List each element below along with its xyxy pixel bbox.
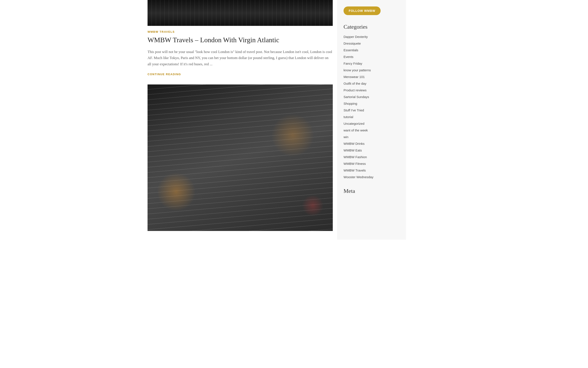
list-item: WMBW Fashion	[344, 155, 402, 159]
category-link[interactable]: WMBW Travels	[344, 168, 366, 172]
article-category[interactable]: WMBW TRAVELS	[147, 30, 333, 33]
category-link[interactable]: WMBW Fitness	[344, 162, 366, 166]
list-item: Events	[344, 55, 402, 59]
article-top-image	[147, 0, 333, 26]
category-link[interactable]: Outfit of the day	[344, 82, 366, 85]
list-item: Wooster Wednesday	[344, 175, 402, 179]
list-item: Dressiquete	[344, 41, 402, 46]
categories-heading: Categories	[344, 24, 402, 30]
article-second-image	[147, 84, 333, 231]
category-link[interactable]: Dressiquete	[344, 42, 361, 45]
category-link[interactable]: Essentials	[344, 48, 358, 52]
list-item: WMBW Travels	[344, 168, 402, 173]
category-link[interactable]: Uncategorized	[344, 122, 364, 125]
category-link[interactable]: want of the week	[344, 129, 368, 132]
meta-heading: Meta	[344, 188, 402, 194]
list-item: want of the week	[344, 128, 402, 132]
category-link[interactable]: Fancy Friday	[344, 62, 362, 65]
category-link[interactable]: Wooster Wednesday	[344, 175, 373, 179]
list-item: Outfit of the day	[344, 81, 402, 86]
list-item: Stuff I've Tried	[344, 108, 402, 112]
continue-reading-link[interactable]: CONTINUE READING	[147, 73, 181, 76]
list-item: WMBW Eats	[344, 148, 402, 153]
list-item: Essentials	[344, 48, 402, 52]
follow-wmbw-button[interactable]: FOLLOW WMBW	[344, 7, 380, 15]
category-link[interactable]: WMBW Drinks	[344, 142, 365, 146]
article-title: WMBW Travels – London With Virgin Atlant…	[147, 36, 333, 45]
list-item: Uncategorized	[344, 121, 402, 126]
list-item: Product reviews	[344, 88, 402, 92]
category-link[interactable]: tutorial	[344, 115, 353, 119]
list-item: know your patterns	[344, 68, 402, 72]
category-link[interactable]: WMBW Eats	[344, 148, 362, 152]
list-item: WMBW Drinks	[344, 141, 402, 146]
sidebar: FOLLOW WMBW Categories Dapper DexterityD…	[337, 0, 406, 239]
category-link[interactable]: WMBW Fashion	[344, 155, 367, 159]
list-item: tutorial	[344, 115, 402, 119]
category-link[interactable]: win	[344, 135, 348, 139]
category-link[interactable]: Product reviews	[344, 88, 367, 92]
article-excerpt: This post will not be your usual "look h…	[147, 49, 333, 68]
list-item: Fancy Friday	[344, 61, 402, 66]
category-link[interactable]: Events	[344, 55, 353, 59]
list-item: Dapper Dexterity	[344, 35, 402, 39]
list-item: Shopping	[344, 101, 402, 106]
list-item: WMBW Fitness	[344, 161, 402, 166]
category-link[interactable]: Stuff I've Tried	[344, 108, 364, 112]
category-list: Dapper DexterityDressiqueteEssentialsEve…	[344, 35, 402, 179]
category-link[interactable]: Sartorial Sundays	[344, 95, 369, 99]
list-item: Sartorial Sundays	[344, 95, 402, 99]
list-item: Menswear 101	[344, 74, 402, 79]
main-content: WMBW TRAVELS WMBW Travels – London With …	[147, 0, 337, 239]
category-link[interactable]: Menswear 101	[344, 75, 365, 79]
category-link[interactable]: know your patterns	[344, 68, 371, 72]
list-item: win	[344, 135, 402, 139]
category-link[interactable]: Dapper Dexterity	[344, 35, 368, 38]
category-link[interactable]: Shopping	[344, 102, 357, 105]
